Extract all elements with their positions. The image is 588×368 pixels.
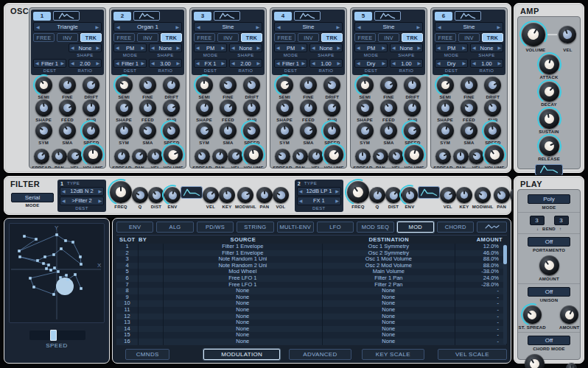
attack-knob[interactable] (539, 54, 559, 74)
osc-ratio-select[interactable]: ◀2.00▶ (229, 59, 262, 68)
osc-trk-button[interactable]: TRK (402, 33, 423, 42)
drift-knob[interactable] (484, 77, 501, 93)
spread-knob[interactable] (275, 149, 290, 164)
vel-knob[interactable] (440, 187, 456, 203)
tab-pd-ws[interactable]: PD/WS (197, 222, 234, 233)
osc-dest-select[interactable]: ◀Filter 1▶ (33, 59, 66, 68)
spread-knob[interactable] (34, 149, 49, 164)
portamento-amount-knob[interactable] (539, 255, 559, 275)
matrix-row[interactable]: 16NoneNone- (116, 339, 507, 345)
osc-mode-select[interactable]: ◀PM▶ (274, 43, 307, 52)
osc-inv-button[interactable]: INV (137, 33, 158, 42)
osc-ratio-select[interactable]: ◀2.00▶ (69, 59, 102, 68)
osc-number-button[interactable]: 4 (274, 12, 292, 21)
feed-knob[interactable] (139, 99, 156, 116)
env-knob[interactable] (402, 187, 418, 203)
arrow-right-icon[interactable]: ▶ (335, 199, 339, 203)
matrix-row[interactable]: 11NoneNone- (116, 307, 507, 314)
arrow-right-icon[interactable]: ▶ (221, 46, 225, 50)
osc-inv-button[interactable]: INV (378, 33, 399, 42)
osc-inv-button[interactable]: INV (57, 33, 78, 42)
osc-shape-select[interactable]: ◀None▶ (390, 43, 423, 52)
matrix-scrollbar[interactable] (503, 244, 507, 344)
fine-knob[interactable] (461, 77, 477, 93)
matrix-row[interactable]: 8NoneNone- (116, 288, 507, 294)
arrow-right-icon[interactable]: ▶ (175, 25, 179, 29)
arrow-right-icon[interactable]: ▶ (141, 61, 144, 66)
env-knob[interactable] (164, 187, 181, 203)
matrix-row[interactable]: 7Free LFO 1Filter 2 Pan-28.0% (116, 282, 507, 289)
key-knob[interactable] (219, 187, 235, 203)
osc-number-button[interactable]: 3 (194, 12, 211, 21)
shape-knob[interactable] (357, 99, 374, 116)
osc-ratio-select[interactable]: ◀1.00▶ (309, 59, 343, 68)
sma-knob[interactable] (300, 122, 317, 139)
unison-spread-knob[interactable] (523, 305, 542, 324)
osc-dest-select[interactable]: ◀Dry▶ (435, 59, 468, 68)
tab-scope-icon[interactable] (477, 222, 507, 233)
pan-knob[interactable] (293, 149, 308, 164)
matrix-row[interactable]: 14NoneNone- (116, 326, 507, 333)
arrow-right-icon[interactable]: ▶ (497, 25, 500, 29)
semi-knob[interactable] (196, 77, 213, 93)
sma-knob[interactable] (380, 122, 397, 139)
sym-knob[interactable] (35, 122, 52, 139)
osc-mode-select[interactable]: ◀PM▶ (354, 43, 388, 52)
osc-mode-select[interactable]: ◀PM▶ (435, 43, 468, 52)
sub-knob[interactable] (243, 99, 260, 116)
arrow-right-icon[interactable]: ▶ (301, 46, 305, 50)
arrow-right-icon[interactable]: ▶ (382, 46, 385, 50)
osc-mode-select[interactable]: ◀PM▶ (194, 43, 227, 52)
osc-free-button[interactable]: FREE (435, 33, 456, 42)
osc-free-button[interactable]: FREE (194, 33, 215, 42)
semi-knob[interactable] (276, 77, 293, 93)
fine-knob[interactable] (220, 77, 237, 93)
osc-number-button[interactable]: 2 (113, 12, 131, 21)
sub-knob[interactable] (404, 99, 421, 116)
button-cmnds[interactable]: CMNDS (125, 349, 169, 360)
matrix-row[interactable]: 5Mod WheelMain Volume-38.0% (116, 269, 507, 275)
speed-slider[interactable] (29, 330, 85, 340)
button-modulation[interactable]: MODULATION (203, 349, 280, 360)
speed-knob[interactable] (404, 122, 421, 139)
osc-shape-select[interactable]: ◀None▶ (69, 43, 102, 52)
vol-knob[interactable] (273, 187, 289, 203)
sym-knob[interactable] (437, 122, 454, 139)
button-vel-scale[interactable]: VEL SCALE (438, 349, 507, 360)
filter-type-select[interactable]: ◀12dB N 2▶ (60, 187, 104, 196)
matrix-row[interactable]: 12NoneNone- (116, 314, 507, 320)
arrow-right-icon[interactable]: ▶ (176, 61, 180, 66)
volume-knob[interactable] (83, 145, 102, 164)
matrix-row[interactable]: 3Note Random 1 UniOsc 1 Mod Volume88.0% (116, 256, 507, 263)
arrow-right-icon[interactable]: ▶ (335, 189, 339, 194)
osc-free-button[interactable]: FREE (113, 33, 135, 42)
fine-knob[interactable] (139, 77, 156, 93)
spread-knob[interactable] (195, 149, 210, 164)
tab-mod[interactable]: MOD (397, 222, 434, 233)
osc-mode-select[interactable]: ◀PM▶ (113, 43, 147, 52)
filter-dest-select[interactable]: ◀FX 1▶ (297, 197, 341, 205)
feed-knob[interactable] (59, 99, 76, 116)
pan-knob[interactable] (373, 149, 388, 164)
feed-knob[interactable] (461, 99, 477, 116)
osc-trk-button[interactable]: TRK (241, 33, 262, 42)
spread-knob[interactable] (114, 149, 130, 164)
arrow-right-icon[interactable]: ▶ (462, 61, 466, 66)
filter-dest-select[interactable]: ◀>Filter 2▶ (60, 197, 104, 205)
key-knob[interactable] (456, 187, 472, 203)
tab-lfo[interactable]: LFO (317, 222, 354, 233)
osc-dest-select[interactable]: ◀Filter 1▶ (113, 59, 147, 68)
osc-number-button[interactable]: 5 (354, 12, 372, 21)
feed-knob[interactable] (220, 99, 237, 116)
arrow-right-icon[interactable]: ▶ (256, 46, 260, 50)
feed-knob[interactable] (380, 99, 397, 116)
pan-knob[interactable] (132, 149, 147, 164)
freq-knob[interactable] (110, 181, 132, 203)
volume-knob[interactable] (244, 145, 263, 164)
semi-knob[interactable] (357, 77, 374, 93)
osc-wave-select[interactable]: ◀Sine▶ (354, 22, 423, 32)
unison-amount-knob[interactable] (560, 305, 578, 324)
drift-knob[interactable] (83, 77, 99, 93)
speed-slider-handle[interactable] (50, 330, 57, 341)
q-knob[interactable] (369, 187, 385, 203)
